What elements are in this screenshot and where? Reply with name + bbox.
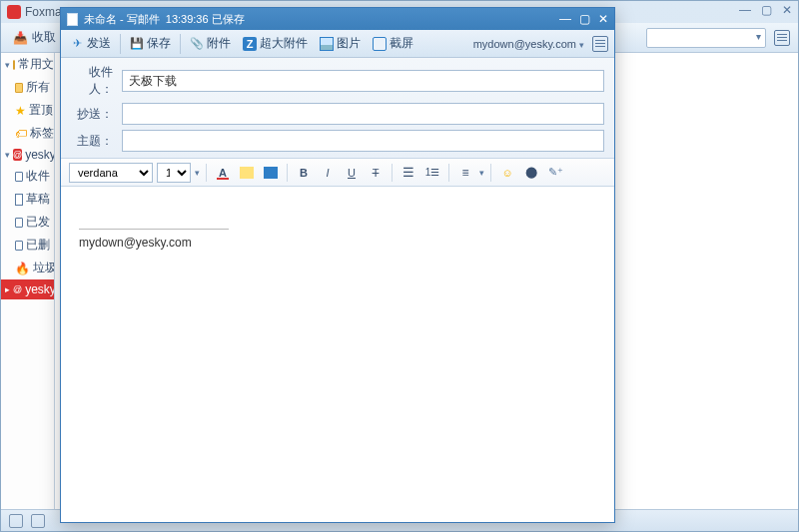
calendar-button[interactable] <box>9 514 23 528</box>
align-button[interactable]: ≡ <box>455 163 475 183</box>
attach-button[interactable]: 📎附件 <box>187 34 234 53</box>
link-button[interactable]: ⬤ <box>521 163 541 183</box>
separator <box>206 164 207 182</box>
numbered-list-button[interactable]: 1☰ <box>422 163 442 183</box>
chevron-down-icon: ▾ <box>195 168 200 178</box>
compose-body[interactable]: mydown@yesky.com <box>61 187 614 522</box>
chevron-down-icon: ▾ <box>579 40 584 50</box>
collapse-icon: ▸ <box>5 284 10 294</box>
camera-icon <box>373 37 387 51</box>
big-attach-icon: Z <box>243 37 257 51</box>
toolbar-separator <box>120 34 121 54</box>
compose-maximize-button[interactable]: ▢ <box>579 12 590 26</box>
sidebar-mailbox-trash[interactable]: 已删 <box>1 234 54 257</box>
highlight-icon <box>240 167 254 179</box>
separator <box>448 164 449 182</box>
sidebar-item-tags[interactable]: 🏷标签 <box>1 122 54 145</box>
save-button[interactable]: 💾保存 <box>127 34 174 53</box>
separator <box>287 164 288 182</box>
signature-text: mydown@yesky.com <box>79 236 596 250</box>
bg-color-button[interactable] <box>261 163 281 183</box>
highlight-button[interactable] <box>237 163 257 183</box>
contacts-button[interactable] <box>31 514 45 528</box>
subject-label: 主题： <box>71 133 117 150</box>
inbox-icon <box>15 172 23 182</box>
document-icon <box>67 13 78 26</box>
sidebar-mailbox-drafts[interactable]: 草稿 <box>1 188 54 211</box>
receive-label: 收取 <box>32 29 56 46</box>
image-icon <box>320 37 334 51</box>
compose-options-button[interactable] <box>592 36 608 52</box>
send-button[interactable]: ✈发送 <box>67 34 114 53</box>
big-attach-button[interactable]: Z超大附件 <box>240 34 311 53</box>
insert-image-button[interactable]: 图片 <box>317 34 364 53</box>
compose-titlebar[interactable]: 未命名 - 写邮件 13:39:36 已保存 — ▢ ✕ <box>61 8 614 30</box>
sent-icon <box>15 218 23 228</box>
fill-icon <box>264 167 278 179</box>
compose-toolbar: ✈发送 💾保存 📎附件 Z超大附件 图片 截屏 mydown@yesky.com… <box>61 30 614 58</box>
sidebar-folder-common[interactable]: ▾常用文 <box>1 53 54 76</box>
spam-icon: 🔥 <box>15 262 30 275</box>
sidebar-mailbox-inbox[interactable]: 收件 <box>1 165 54 188</box>
sidebar: ▾常用文 所有 ★置顶 🏷标签 ▾@yesky( 收件 草稿 已发 已删 🔥垃圾… <box>1 53 55 509</box>
bullet-list-button[interactable]: ☰ <box>399 163 418 183</box>
screenshot-button[interactable]: 截屏 <box>370 34 416 53</box>
receive-button[interactable]: 📥 收取 <box>9 27 60 48</box>
tag-icon: 🏷 <box>15 127 27 141</box>
compose-window-controls: — ▢ ✕ <box>559 12 608 26</box>
font-family-select[interactable]: verdana <box>69 163 153 183</box>
format-toolbar: verdana 10 ▾ A B I U T ☰ 1☰ ≡▾ ☺ ⬤ ✎⁺ <box>61 159 614 187</box>
compose-close-button[interactable]: ✕ <box>598 12 608 26</box>
separator <box>490 164 491 182</box>
send-icon: ✈ <box>70 37 84 51</box>
bold-button[interactable]: B <box>294 163 314 183</box>
account-icon: @ <box>13 149 22 161</box>
to-input[interactable] <box>122 70 604 92</box>
font-color-button[interactable]: A <box>213 163 233 183</box>
chevron-down-icon: ▾ <box>479 168 484 178</box>
expand-icon: ▾ <box>5 60 10 70</box>
inbox-icon: 📥 <box>13 31 28 45</box>
sidebar-mailbox-sent[interactable]: 已发 <box>1 211 54 234</box>
compose-window: 未命名 - 写邮件 13:39:36 已保存 — ▢ ✕ ✈发送 💾保存 📎附件… <box>60 7 615 523</box>
compose-fields: 收件人： 抄送： 主题： <box>61 58 614 159</box>
strikethrough-button[interactable]: T <box>366 163 386 183</box>
app-logo-icon <box>7 5 21 19</box>
main-window-controls: — ▢ ✕ <box>739 3 792 17</box>
list-view-button[interactable] <box>774 30 790 46</box>
sidebar-mailbox-spam[interactable]: 🔥垃圾 <box>1 257 54 279</box>
compose-saved-time: 13:39:36 已保存 <box>166 12 245 27</box>
save-icon: 💾 <box>130 37 144 51</box>
toolbar-separator <box>180 34 181 54</box>
cc-input[interactable] <box>122 103 604 125</box>
signature-divider <box>79 229 229 230</box>
cc-label: 抄送： <box>71 106 117 123</box>
separator <box>392 164 393 182</box>
folder-icon <box>13 60 15 70</box>
sidebar-item-pinned[interactable]: ★置顶 <box>1 99 54 122</box>
folder-icon <box>15 83 23 93</box>
maximize-button[interactable]: ▢ <box>761 3 772 17</box>
compose-minimize-button[interactable]: — <box>559 12 571 26</box>
sidebar-account-1[interactable]: ▾@yesky( <box>1 145 54 165</box>
sidebar-item-all[interactable]: 所有 <box>1 76 54 99</box>
from-account-dropdown[interactable]: mydown@yesky.com ▾ <box>473 38 584 50</box>
star-icon: ★ <box>15 104 26 118</box>
expand-icon: ▾ <box>5 150 10 160</box>
minimize-button[interactable]: — <box>739 3 751 17</box>
account-icon: @ <box>13 283 22 295</box>
underline-button[interactable]: U <box>342 163 362 183</box>
close-button[interactable]: ✕ <box>782 3 792 17</box>
chevron-down-icon: ▾ <box>756 31 761 42</box>
search-input[interactable]: ▾ <box>646 28 766 48</box>
paperclip-icon: 📎 <box>190 37 204 51</box>
compose-title: 未命名 - 写邮件 <box>84 12 160 27</box>
draft-icon <box>15 194 23 206</box>
font-size-select[interactable]: 10 <box>157 163 191 183</box>
subject-input[interactable] <box>122 130 604 152</box>
trash-icon <box>15 241 23 251</box>
emoji-button[interactable]: ☺ <box>497 163 517 183</box>
sidebar-account-2[interactable]: ▸@yesky( <box>1 279 54 299</box>
format-painter-button[interactable]: ✎⁺ <box>545 163 565 183</box>
italic-button[interactable]: I <box>318 163 338 183</box>
